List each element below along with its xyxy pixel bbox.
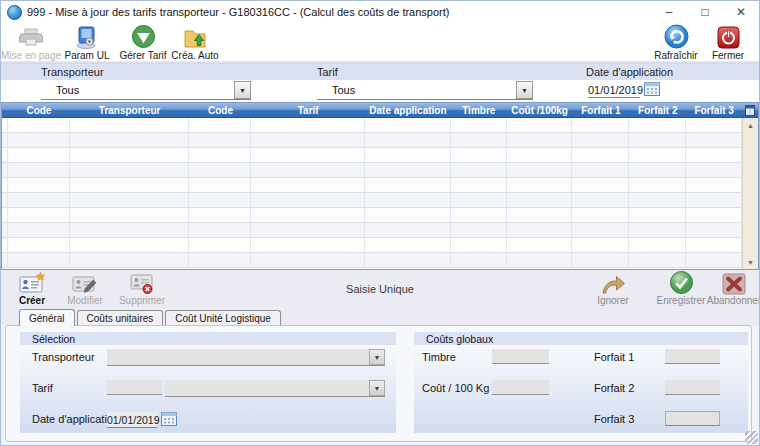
table-cell (70, 133, 190, 147)
table-cell (251, 193, 365, 207)
gerer-tarif-button[interactable]: Gérer Tarif (115, 24, 171, 61)
minimize-button[interactable]: – (651, 1, 687, 23)
rafraichir-button[interactable]: Rafraîchir (651, 24, 701, 61)
form-forfait3-field[interactable] (665, 411, 720, 426)
mise-en-page-button[interactable]: Mise en page (3, 24, 59, 61)
supprimer-button[interactable]: Supprimer (113, 272, 171, 306)
form-cout-100kg-field[interactable] (492, 380, 549, 395)
table-header-row: Code Transporteur Code Tarif Date applic… (2, 103, 758, 118)
table-cell (507, 223, 573, 237)
supprimer-label: Supprimer (119, 295, 165, 306)
tarif-filter-dropdown[interactable]: Tous ▼ (317, 81, 533, 100)
column-header-code-transporteur[interactable]: Code (8, 103, 70, 117)
table-cell (365, 238, 451, 252)
rafraichir-label: Rafraîchir (654, 50, 697, 61)
form-transporteur-label: Transporteur (32, 351, 95, 363)
form-timbre-label: Timbre (422, 351, 456, 363)
column-header-tarif[interactable]: Tarif (251, 103, 365, 117)
table-cell (572, 163, 629, 177)
enregistrer-button[interactable]: Enregistrer (651, 272, 711, 306)
table-row[interactable] (2, 193, 742, 208)
table-row[interactable] (2, 163, 742, 178)
calendar-icon[interactable] (644, 81, 660, 98)
table-row[interactable] (2, 133, 742, 148)
table-cell (8, 223, 70, 237)
modifier-button[interactable]: Modifier (59, 272, 111, 306)
form-forfait2-field[interactable] (665, 380, 720, 395)
table-cell (8, 238, 70, 252)
table-cell (507, 133, 573, 147)
date-application-filter[interactable]: 01/01/2019 (588, 81, 660, 98)
close-button[interactable]: ✕ (723, 1, 759, 23)
form-date-control[interactable]: 01/01/2019 (107, 411, 177, 428)
action-band: Créer Modifier (1, 270, 759, 308)
table-cell (70, 253, 190, 267)
tab-cout-unite-logistique[interactable]: Coût Unité Logistique (165, 310, 281, 325)
form-tarif-dropdown[interactable]: ▼ (165, 380, 385, 397)
table-row[interactable] (2, 178, 742, 193)
tab-couts-unitaires[interactable]: Coûts unitaires (77, 310, 164, 325)
saisie-mode-label: Saisie Unique (346, 283, 414, 295)
chevron-down-icon[interactable]: ▼ (234, 81, 251, 99)
abandonner-button[interactable]: Abandonner (709, 272, 759, 306)
form-date-value[interactable]: 01/01/2019 (107, 412, 157, 428)
calendar-icon[interactable] (161, 411, 177, 428)
column-header-cout-100kg[interactable]: Coût /100kg (507, 103, 573, 117)
column-header-forfait-3[interactable]: Forfait 3 (686, 103, 742, 117)
table-cell (686, 178, 742, 192)
table-cell (629, 208, 686, 222)
column-header-date-application[interactable]: Date application (365, 103, 451, 117)
table-cell (251, 208, 365, 222)
table-cell (686, 208, 742, 222)
transporteur-filter-dropdown[interactable]: Tous ▼ (41, 81, 251, 100)
tab-general[interactable]: Général (19, 309, 75, 326)
param-ul-button[interactable]: Param UL (61, 24, 113, 61)
maximize-button[interactable]: □ (687, 1, 723, 23)
form-forfait1-field[interactable] (665, 349, 720, 364)
table-row[interactable] (2, 238, 742, 253)
column-header-forfait-1[interactable]: Forfait 1 (573, 103, 630, 117)
table-cell (686, 148, 742, 162)
table-cell (507, 238, 573, 252)
table-row[interactable] (2, 118, 742, 133)
chevron-down-icon[interactable]: ▼ (516, 81, 533, 99)
table-cell (572, 208, 629, 222)
form-tarif-code-field[interactable] (107, 380, 162, 395)
form-transporteur-dropdown[interactable]: ▼ (107, 349, 385, 366)
creer-button[interactable]: Créer (9, 272, 55, 306)
title-bar: 999 - Mise à jour des tarifs transporteu… (1, 1, 759, 23)
date-application-value[interactable]: 01/01/2019 (588, 81, 640, 98)
scrollbar-track[interactable] (743, 132, 758, 255)
table-row[interactable] (2, 253, 742, 268)
chevron-down-icon[interactable]: ▼ (369, 380, 385, 396)
table-cell (70, 118, 190, 132)
table-cell (189, 178, 251, 192)
table-row[interactable] (2, 223, 742, 238)
chevron-down-icon[interactable]: ▼ (369, 349, 385, 365)
column-header-timbre[interactable]: Timbre (451, 103, 507, 117)
column-header-code-tarif[interactable]: Code (190, 103, 252, 117)
column-header-forfait-2[interactable]: Forfait 2 (629, 103, 686, 117)
scroll-up-icon[interactable]: ▲ (743, 118, 758, 132)
fermer-button[interactable]: Fermer (705, 24, 751, 61)
column-header-transporteur[interactable]: Transporteur (70, 103, 190, 117)
table-cell (451, 223, 507, 237)
power-close-icon (717, 24, 740, 49)
window-title: 999 - Mise à jour des tarifs transporteu… (27, 6, 651, 18)
table-row[interactable] (2, 208, 742, 223)
table-cell (507, 193, 573, 207)
ignorer-button[interactable]: Ignorer (589, 272, 637, 306)
table-cell (451, 193, 507, 207)
table-vertical-scrollbar[interactable]: ▲ ▼ (742, 118, 758, 269)
crea-auto-button[interactable]: Créa. Auto (170, 24, 220, 61)
form-timbre-field[interactable] (492, 349, 549, 364)
resize-grip-icon[interactable] (745, 431, 758, 444)
table-cell (8, 163, 70, 177)
table-cell (8, 148, 70, 162)
scroll-down-icon[interactable]: ▼ (743, 255, 758, 269)
table-cell (629, 223, 686, 237)
table-options-icon[interactable] (742, 103, 758, 117)
enregistrer-label: Enregistrer (657, 295, 706, 306)
table-cell (629, 148, 686, 162)
table-row[interactable] (2, 148, 742, 163)
